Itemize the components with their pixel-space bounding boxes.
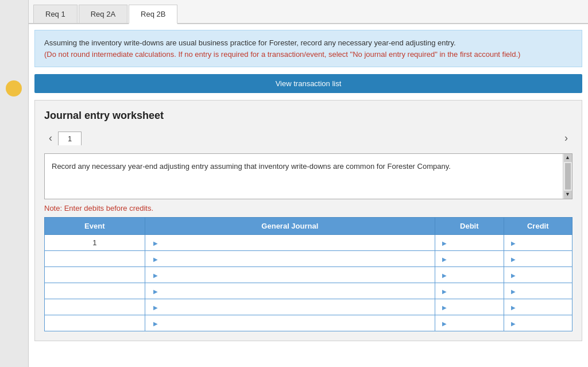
gj-cell-3[interactable] bbox=[145, 267, 435, 283]
view-transaction-button[interactable]: View transaction list bbox=[34, 74, 582, 93]
event-cell-1: 1 bbox=[45, 235, 145, 251]
journal-table: Event General Journal Debit Credit 1 bbox=[44, 217, 572, 331]
content-area: Req 1 Req 2A Req 2B Assuming the invento… bbox=[29, 0, 588, 367]
table-row bbox=[45, 251, 572, 267]
gj-cell-1[interactable] bbox=[145, 235, 435, 251]
table-row bbox=[45, 299, 572, 315]
col-header-credit: Credit bbox=[504, 218, 572, 235]
gj-cell-5[interactable] bbox=[145, 299, 435, 315]
col-header-gj: General Journal bbox=[145, 218, 435, 235]
scrollbar[interactable]: ▲ ▼ bbox=[563, 154, 572, 199]
event-cell-6 bbox=[45, 315, 145, 331]
credit-cell-2[interactable] bbox=[504, 251, 572, 267]
tabs-bar: Req 1 Req 2A Req 2B bbox=[29, 0, 588, 24]
tab-req2b[interactable]: Req 2B bbox=[129, 5, 177, 24]
debit-cell-5[interactable] bbox=[435, 299, 504, 315]
col-header-event: Event bbox=[45, 218, 145, 235]
next-page-arrow[interactable]: › bbox=[560, 130, 572, 146]
debit-cell-1[interactable] bbox=[435, 235, 504, 251]
col-header-debit: Debit bbox=[435, 218, 504, 235]
credit-cell-6[interactable] bbox=[504, 315, 572, 331]
event-cell-5 bbox=[45, 299, 145, 315]
description-box: Record any necessary year-end adjusting … bbox=[44, 153, 572, 199]
page-wrapper: Req 1 Req 2A Req 2B Assuming the invento… bbox=[0, 0, 588, 367]
tab-req2a[interactable]: Req 2A bbox=[79, 5, 127, 23]
gj-cell-2[interactable] bbox=[145, 251, 435, 267]
scroll-down-button[interactable]: ▼ bbox=[564, 191, 572, 199]
debit-cell-4[interactable] bbox=[435, 283, 504, 299]
info-red-text: (Do not round intermediate calculations.… bbox=[44, 50, 520, 59]
prev-page-arrow[interactable]: ‹ bbox=[44, 130, 57, 146]
event-cell-3 bbox=[45, 267, 145, 283]
info-box: Assuming the inventory write-downs are u… bbox=[34, 30, 582, 67]
credit-cell-4[interactable] bbox=[504, 283, 572, 299]
page-nav: ‹ 1 › bbox=[44, 130, 572, 146]
page-tab-1[interactable]: 1 bbox=[58, 132, 82, 145]
table-row bbox=[45, 267, 572, 283]
description-text: Record any necessary year-end adjusting … bbox=[52, 162, 451, 171]
tab-req1[interactable]: Req 1 bbox=[33, 5, 78, 23]
gj-cell-4[interactable] bbox=[145, 283, 435, 299]
debit-cell-6[interactable] bbox=[435, 315, 504, 331]
event-cell-4 bbox=[45, 283, 145, 299]
note-text: Note: Enter debits before credits. bbox=[44, 204, 572, 213]
credit-cell-1[interactable] bbox=[504, 235, 572, 251]
journal-title: Journal entry worksheet bbox=[44, 110, 572, 122]
info-main-text: Assuming the inventory write-downs are u… bbox=[44, 38, 456, 47]
yellow-dot-indicator bbox=[6, 80, 22, 96]
credit-cell-3[interactable] bbox=[504, 267, 572, 283]
event-cell-2 bbox=[45, 251, 145, 267]
scroll-thumb bbox=[565, 163, 571, 190]
credit-cell-5[interactable] bbox=[504, 299, 572, 315]
table-row bbox=[45, 283, 572, 299]
debit-cell-2[interactable] bbox=[435, 251, 504, 267]
left-sidebar bbox=[0, 0, 29, 367]
journal-container: Journal entry worksheet ‹ 1 › Record any… bbox=[34, 100, 582, 341]
scroll-up-button[interactable]: ▲ bbox=[564, 154, 572, 162]
debit-cell-3[interactable] bbox=[435, 267, 504, 283]
table-row bbox=[45, 315, 572, 331]
gj-cell-6[interactable] bbox=[145, 315, 435, 331]
table-row: 1 bbox=[45, 235, 572, 251]
